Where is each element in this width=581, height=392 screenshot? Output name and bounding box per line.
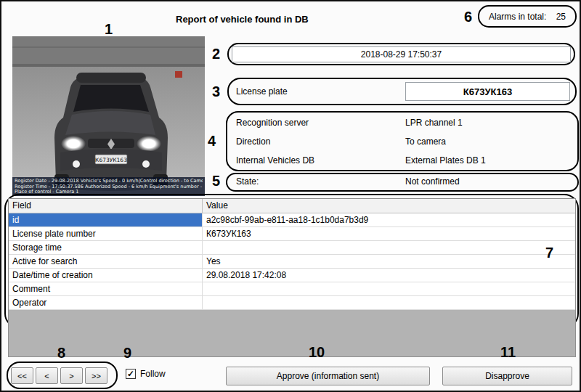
overlay-line: Register Date - 29-08-2018 Vehicle's Spe… (15, 179, 203, 184)
approve-button[interactable]: Approve (information sent) (226, 367, 430, 385)
value-cell (203, 296, 575, 309)
value-cell: К673УК163 (203, 227, 575, 240)
alarms-total-box: Alarms in total: 25 (478, 5, 577, 28)
direction-value: To camera (405, 136, 446, 147)
callout-2: 2 (212, 46, 220, 61)
callout-10: 10 (309, 345, 325, 359)
internal-db-value: External Plates DB 1 (405, 155, 486, 166)
table-row[interactable]: Operator (9, 296, 575, 310)
column-header-value[interactable]: Value (203, 199, 575, 213)
state-label: State: (236, 176, 259, 187)
report-window: Report of vehicle found in DB Alarms in … (0, 0, 581, 392)
callout-7: 7 (545, 245, 553, 260)
field-cell: License plate number (9, 227, 203, 240)
field-cell: Active for search (9, 255, 203, 268)
follow-control[interactable]: ✓ Follow (126, 369, 166, 379)
recognition-server-value: LPR channel 1 (405, 118, 463, 128)
value-cell: Yes (203, 255, 575, 268)
callout-3: 3 (212, 84, 220, 99)
checkmark-icon: ✓ (127, 369, 134, 378)
value-cell (203, 282, 575, 295)
photo-overlay-text: Register Date - 29-08-2018 Vehicle's Spe… (12, 177, 205, 196)
field-cell: Comment (9, 282, 203, 295)
state-value: Not confirmed (405, 176, 460, 187)
table-row[interactable]: License plate number К673УК163 (9, 227, 575, 241)
value-cell: 29.08.2018 17:42:08 (203, 269, 575, 282)
follow-checkbox[interactable]: ✓ (126, 369, 136, 379)
value-cell (203, 241, 575, 254)
field-cell: Storage time (9, 241, 203, 254)
table-row[interactable]: Storage time (9, 241, 575, 255)
photo-plate-text: К673УК163 (95, 157, 127, 163)
callout-5: 5 (212, 173, 220, 188)
column-header-field[interactable]: Field (9, 199, 203, 213)
vehicle-photo: К673УК163 Register Date - 29-08-2018 Veh… (12, 36, 205, 196)
disapprove-button[interactable]: Disapprove (442, 367, 572, 385)
nav-next-button[interactable]: > (60, 367, 83, 384)
vehicle-image: К673УК163 (12, 36, 205, 196)
records-grid: Field Value id a2c98cbf-99ab-e811-aa18-1… (8, 198, 576, 357)
page-title: Report of vehicle found in DB (176, 14, 309, 25)
nav-first-button[interactable]: << (11, 367, 33, 384)
table-row[interactable]: Comment (9, 282, 575, 296)
detection-datetime-field: 2018-08-29 17:50:37 (232, 46, 571, 62)
direction-label: Direction (236, 136, 270, 147)
license-plate-value: К673УК163 (405, 82, 570, 101)
overlay-line: Register Time - 17:50:37.586 Authorized … (15, 184, 203, 189)
recognition-server-label: Recognition server (236, 118, 309, 128)
field-cell: Date/time of creation (9, 269, 203, 282)
overlay-line: Place of control - Camera 1 (15, 189, 203, 195)
callout-oval-state (226, 173, 579, 192)
callout-6: 6 (464, 9, 472, 24)
license-plate-label: License plate (236, 86, 288, 97)
grid-header-row: Field Value (9, 199, 575, 213)
callout-9: 9 (123, 346, 131, 360)
table-row[interactable]: id a2c98cbf-99ab-e811-aa18-1c1b0da7b3d9 (9, 213, 575, 227)
table-row[interactable]: Date/time of creation 29.08.2018 17:42:0… (9, 269, 575, 282)
callout-1: 1 (105, 22, 113, 36)
alarms-total-value: 25 (556, 12, 566, 22)
value-cell: a2c98cbf-99ab-e811-aa18-1c1b0da7b3d9 (203, 213, 575, 226)
nav-prev-button[interactable]: < (36, 367, 58, 384)
callout-4: 4 (208, 134, 216, 148)
internal-db-label: Internal Vehicles DB (236, 155, 314, 166)
alarms-total-label: Alarms in total: (489, 12, 546, 22)
nav-last-button[interactable]: >> (85, 367, 107, 384)
callout-11: 11 (500, 345, 516, 359)
follow-label: Follow (140, 369, 166, 379)
callout-8: 8 (57, 346, 65, 360)
field-cell: id (9, 213, 203, 226)
field-cell: Operator (9, 296, 203, 309)
table-row[interactable]: Active for search Yes (9, 255, 575, 269)
